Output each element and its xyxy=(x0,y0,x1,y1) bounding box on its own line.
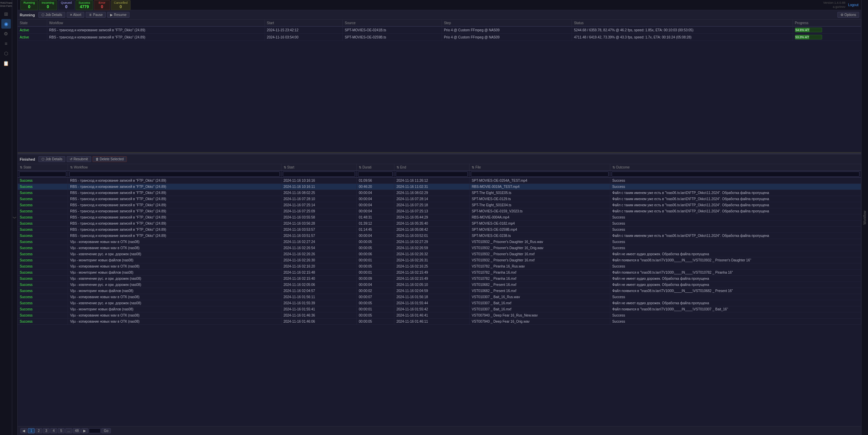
status-pill-success[interactable]: Success4779 xyxy=(75,0,93,10)
finished-col-durati[interactable]: ⇅ Durati xyxy=(357,164,394,171)
finished-table-row[interactable]: SuccessRBS - трансход и копирование запи… xyxy=(18,190,861,196)
running-col-state[interactable]: State xyxy=(18,20,47,27)
page-ellipsis[interactable]: ... xyxy=(65,428,72,433)
filter-input-file[interactable] xyxy=(471,172,608,177)
source-cell: SPT-MOVIES-OE-0241B.ts xyxy=(343,27,442,34)
sidebar-expand[interactable]: ❯ xyxy=(12,0,18,435)
page-btn-4[interactable]: 4 xyxy=(50,428,57,433)
filter-input-end[interactable] xyxy=(396,172,468,177)
filter-input-state[interactable] xyxy=(19,172,66,177)
running-col-status[interactable]: Status xyxy=(572,20,793,27)
sidebar-icon-logs[interactable]: 📋 xyxy=(1,59,11,68)
status-pill-running[interactable]: Running0 xyxy=(20,0,38,10)
finished-table-row[interactable]: SuccessViju - мониторинг новых файлов (n… xyxy=(18,257,861,263)
running-job-details-button[interactable]: ⬡ Job Details xyxy=(38,12,65,18)
finished-table-row[interactable]: SuccessViju - мониторинг новых файлов (n… xyxy=(18,270,861,276)
running-resume-button[interactable]: ▶ Resume xyxy=(107,12,130,18)
page-btn-1[interactable]: 1 xyxy=(28,428,35,433)
finished-table-row[interactable]: SuccessRBS - трансход и копирование запи… xyxy=(18,233,861,239)
main-content: Running0Incoming0Queued0Success4779Error… xyxy=(18,0,861,435)
running-abort-button[interactable]: ✕ Abort xyxy=(67,12,84,18)
running-pause-button[interactable]: ⏸ Pause xyxy=(86,12,106,18)
finished-table-row[interactable]: SuccessViju - копирование новых wav в ОТ… xyxy=(18,245,861,251)
page-prev-button[interactable]: ◀ xyxy=(20,428,27,433)
progress-cell: 53.3% 4/7 xyxy=(793,34,861,41)
finished-table-row[interactable]: SuccessViju - мониторинг новых файлов (n… xyxy=(18,288,861,294)
page-btn-5[interactable]: 5 xyxy=(58,428,65,433)
finished-table-row[interactable]: SuccessRBS - трансход и копирование запи… xyxy=(18,221,861,227)
finished-cell-file: RBS-MOVIE-0004A.mp4 xyxy=(470,214,610,221)
status-pill-queued[interactable]: Queued0 xyxy=(58,0,75,10)
finished-table-row[interactable]: SuccessViju - извлечение рус. и ори. дор… xyxy=(18,251,861,257)
finished-table-row[interactable]: SuccessViju - копирование новых wav в ОТ… xyxy=(18,294,861,300)
finished-cell-outcome: Файл не имеет аудио дорожек. Обработка ф… xyxy=(610,251,861,257)
finished-table-row[interactable]: SuccessRBS - трансход и копирование запи… xyxy=(18,184,861,190)
running-col-step[interactable]: Step xyxy=(442,20,572,27)
finished-table-row[interactable]: SuccessViju - копирование новых wav в ОТ… xyxy=(18,263,861,270)
finished-table-row[interactable]: SuccessViju - копирование новых wav в ОТ… xyxy=(18,312,861,319)
filter-input-outcome[interactable] xyxy=(612,172,860,177)
page-next-button[interactable]: ▶ xyxy=(81,428,88,433)
finished-col-workflow[interactable]: ⇅ Workflow xyxy=(68,164,282,171)
options-button[interactable]: ⚙ Options xyxy=(837,12,859,18)
finished-col-outcome[interactable]: ⇅ Outcome xyxy=(610,164,861,171)
finished-cell-state: Success xyxy=(18,270,68,276)
finished-col-start[interactable]: ⇅ Start xyxy=(281,164,356,171)
finished-cell-outcome: Success xyxy=(610,263,861,270)
sidebar-icon-settings[interactable]: ⚙ xyxy=(1,29,11,38)
running-table-row[interactable]: ActiveRBS - трансход и копирование запис… xyxy=(18,34,861,41)
logout-button[interactable]: Logout xyxy=(848,3,858,7)
finished-cell-durati: 00:00:05 xyxy=(357,319,394,325)
finished-cell-outcome: Success xyxy=(610,214,861,221)
finished-table-row[interactable]: SuccessViju - копирование новых wav в ОТ… xyxy=(18,239,861,245)
finished-job-details-button[interactable]: ⬡ Job Details xyxy=(38,156,65,162)
running-col-source[interactable]: Source xyxy=(343,20,442,27)
status-pill-cancelled[interactable]: Cancelled0 xyxy=(111,0,131,10)
sidebar-icon-dashboard[interactable]: ⊞ xyxy=(1,9,11,19)
status-pill-incoming[interactable]: Incoming0 xyxy=(39,0,57,10)
finished-table-row[interactable]: SuccessRBS - трансход и копирование запи… xyxy=(18,208,861,214)
filter-input-start[interactable] xyxy=(283,172,355,177)
finished-table-row[interactable]: SuccessRBS - трансход и копирование запи… xyxy=(18,227,861,233)
page-btn-2[interactable]: 2 xyxy=(35,428,42,433)
filter-input-workflow[interactable] xyxy=(69,172,280,177)
finished-cell-start: 2024-11-16 07:25:14 xyxy=(281,202,356,208)
finished-table-row[interactable]: SuccessViju - копирование новых wav в ОТ… xyxy=(18,319,861,325)
finished-col-end[interactable]: ⇅ End xyxy=(394,164,469,171)
finished-table-row[interactable]: SuccessRBS - трансход и копирование запи… xyxy=(18,214,861,221)
finished-table-row[interactable]: SuccessViju - извлечение рус. и ори. дор… xyxy=(18,282,861,288)
finished-table-row[interactable]: SuccessViju - извлечение рус. и ори. дор… xyxy=(18,300,861,306)
running-col-start[interactable]: Start xyxy=(265,20,342,27)
filter-input-durati[interactable] xyxy=(358,172,393,177)
finished-table-row[interactable]: SuccessRBS - трансход и копирование запи… xyxy=(18,178,861,184)
finished-table-row[interactable]: SuccessRBS - трансход и копирование запи… xyxy=(18,202,861,208)
page-go-button[interactable]: Go xyxy=(101,428,110,433)
running-panel: Running ⬡ Job Details✕ Abort⏸ Pause▶ Res… xyxy=(18,10,861,153)
finished-cell-file: SPT-The Eight_S01E05.ts xyxy=(470,190,610,196)
status-pill-error[interactable]: Error0 xyxy=(94,0,110,10)
finished-col-file[interactable]: ⇅ File xyxy=(470,164,610,171)
sidebar-icon-monitor[interactable]: ◉ xyxy=(1,19,11,29)
finished-col-state[interactable]: ⇅ State xyxy=(18,164,68,171)
page-btn-3[interactable]: 3 xyxy=(43,428,50,433)
page-jump-input[interactable] xyxy=(89,428,101,433)
running-col-progress[interactable]: Progress xyxy=(793,20,861,27)
finished-table-row[interactable]: SuccessViju - извлечение рус. и ори. дор… xyxy=(18,276,861,282)
finished-cell-durati: 00:00:01 xyxy=(357,257,394,263)
finished-cell-file: SPT-MOVIES-OE-0238.ts xyxy=(470,233,610,239)
running-table-row[interactable]: ActiveRBS - трансход и копирование запис… xyxy=(18,27,861,34)
finished-cell-workflow: Viju - извлечение рус. и ори. дорожек (n… xyxy=(68,282,282,288)
finished-cell-end: 2024-11-16 02:04:59 xyxy=(394,288,469,294)
finished-cell-file: SPT-The Eight_S01E04.ts xyxy=(470,202,610,208)
finished-filter-durati xyxy=(357,171,394,178)
workflow-cell: RBS - трансход и копирование записей в "… xyxy=(47,27,265,34)
finished-delete-button[interactable]: 🗑 Delete Selected xyxy=(92,156,127,162)
running-col-workflow[interactable]: Workflow xyxy=(47,20,265,27)
sidebar-icon-plugins[interactable]: ⬡ xyxy=(1,49,11,58)
finished-table-row[interactable]: SuccessViju - мониторинг новых файлов (n… xyxy=(18,306,861,312)
page-btn-48[interactable]: 48 xyxy=(73,428,81,433)
finished-cell-file: SPT-MOVIES-OE-0129.ts xyxy=(470,196,610,202)
sidebar-icon-workflows[interactable]: ≡ xyxy=(1,39,11,48)
finished-table-row[interactable]: SuccessRBS - трансход и копирование запи… xyxy=(18,196,861,202)
finished-resubmit-button[interactable]: ↺ Resubmit xyxy=(67,156,91,162)
